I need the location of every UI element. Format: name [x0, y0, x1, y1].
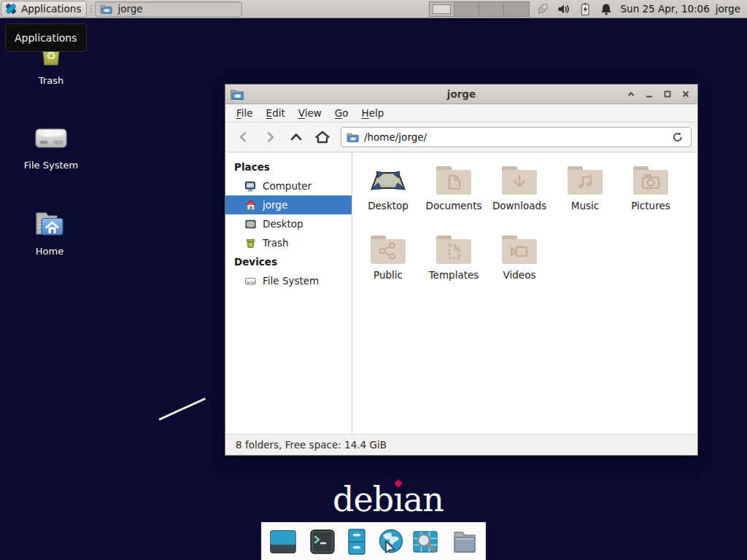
path-entry[interactable]: /home/jorge/ — [341, 127, 692, 147]
top-panel: Applications jorge — [0, 0, 747, 18]
folder-pictures-icon — [630, 164, 671, 198]
file-item-label: Videos — [503, 269, 536, 281]
workspace-2[interactable] — [454, 2, 479, 16]
panel-clock[interactable]: Sun 25 Apr, 10:06 — [621, 3, 710, 15]
file-manager-window: jorge File Edit View Go Help — [225, 84, 698, 456]
trash-icon — [244, 237, 257, 249]
menu-edit[interactable]: Edit — [260, 105, 292, 121]
drive-icon — [244, 275, 257, 287]
terminal-icon[interactable] — [308, 527, 337, 556]
taskbar-window-button[interactable]: jorge — [95, 1, 242, 17]
shade-button[interactable] — [623, 87, 638, 102]
up-button[interactable] — [284, 125, 309, 149]
file-item-label: Templates — [429, 269, 479, 281]
file-item-public[interactable]: Public — [355, 230, 421, 300]
desktop: Applications jorge — [0, 0, 747, 560]
close-button[interactable] — [678, 87, 693, 102]
menu-help[interactable]: Help — [355, 105, 391, 121]
notifications-icon[interactable] — [599, 1, 614, 16]
sidebar-item-label: Desktop — [263, 218, 303, 230]
statusbar: 8 folders, Free space: 14.4 GiB — [225, 434, 697, 455]
status-text: 8 folders, Free space: 14.4 GiB — [236, 439, 387, 451]
cursor-trail-line — [158, 397, 206, 421]
folder-music-icon — [565, 164, 605, 198]
file-item-desktop[interactable]: Desktop — [355, 161, 421, 230]
input-device-icon[interactable] — [535, 1, 550, 16]
desktop-icon-home[interactable]: Home — [9, 207, 90, 257]
sidebar-item-jorge[interactable]: jorge — [225, 195, 352, 214]
debian-logo-text: deb — [333, 480, 393, 519]
folder-documents-icon — [433, 164, 474, 198]
applications-menu-button[interactable]: Applications — [1, 1, 87, 18]
sidebar-item-file-system[interactable]: File System — [225, 271, 352, 290]
applications-tooltip: Applications — [5, 23, 87, 52]
file-cabinet-icon[interactable] — [342, 527, 371, 556]
folder-window-icon — [100, 3, 112, 15]
file-item-downloads[interactable]: Downloads — [487, 161, 552, 230]
minimize-button[interactable] — [641, 87, 657, 102]
folder-templates-icon — [433, 233, 474, 267]
web-browser-icon[interactable] — [376, 527, 406, 556]
file-item-pictures[interactable]: Pictures — [618, 161, 684, 230]
sidebar-item-label: Trash — [263, 237, 289, 249]
window-folder-icon — [230, 88, 244, 101]
battery-icon[interactable] — [578, 1, 592, 16]
file-item-label: Documents — [426, 200, 482, 211]
debian-logo-text: an — [403, 480, 444, 519]
sidebar-item-trash[interactable]: Trash — [225, 233, 352, 252]
menu-view[interactable]: View — [292, 105, 328, 121]
reload-icon[interactable] — [670, 129, 686, 145]
file-item-documents[interactable]: Documents — [421, 161, 487, 230]
file-view[interactable]: Desktop Documents — [352, 152, 697, 434]
file-item-videos[interactable]: Videos — [487, 230, 552, 300]
menu-file[interactable]: File — [230, 105, 260, 121]
directory-icon[interactable] — [450, 527, 479, 556]
panel-username: jorge — [716, 3, 740, 15]
file-item-label: Music — [571, 200, 599, 211]
path-value[interactable]: /home/jorge/ — [364, 131, 665, 143]
desktop-icon — [244, 218, 257, 230]
maximize-button[interactable] — [659, 87, 675, 102]
system-tray — [535, 1, 614, 16]
desktop-special-icon — [368, 164, 409, 198]
desktop-icon-label: File System — [24, 160, 78, 171]
workspace-4[interactable] — [504, 2, 529, 16]
home-icon — [244, 199, 257, 211]
sidebar-item-desktop[interactable]: Desktop — [225, 214, 352, 233]
sidebar-item-computer[interactable]: Computer — [225, 176, 352, 195]
file-item-label: Pictures — [631, 200, 670, 211]
sidebar-item-label: Computer — [263, 180, 311, 192]
app-finder-icon[interactable] — [411, 527, 440, 556]
desktop-icon-file-system[interactable]: File System — [11, 121, 91, 171]
folder-public-icon — [368, 233, 409, 267]
file-item-templates[interactable]: Templates — [421, 230, 487, 300]
home-button[interactable] — [310, 125, 335, 149]
sidebar-item-label: jorge — [263, 199, 287, 211]
menu-go[interactable]: Go — [328, 105, 355, 121]
forward-button[interactable] — [258, 125, 282, 149]
file-item-label: Downloads — [492, 200, 546, 211]
desktop-icon-label: Trash — [39, 75, 63, 86]
back-button[interactable] — [231, 125, 256, 149]
toolbar: /home/jorge/ — [225, 122, 697, 152]
folder-videos-icon — [499, 233, 540, 267]
debian-logo: debıan — [333, 480, 444, 519]
workspace-window-preview — [433, 4, 451, 14]
file-item-music[interactable]: Music — [552, 161, 618, 230]
workspace-switcher — [429, 1, 530, 17]
computer-icon — [244, 180, 257, 192]
workspace-3[interactable] — [479, 2, 504, 16]
dock-panel — [261, 522, 486, 560]
path-folder-icon — [347, 131, 359, 143]
desktop-icon-label: Home — [36, 246, 63, 257]
folder-downloads-icon — [499, 164, 540, 198]
show-desktop-icon[interactable] — [268, 527, 298, 556]
titlebar[interactable]: jorge — [225, 85, 697, 104]
panel-handle[interactable] — [88, 1, 93, 16]
workspace-1[interactable] — [430, 2, 454, 16]
file-item-label: Desktop — [368, 200, 409, 211]
sidebar-item-label: File System — [263, 275, 319, 287]
sidebar: Places Computer — [225, 152, 352, 434]
applications-menu-label: Applications — [21, 3, 81, 15]
volume-icon[interactable] — [557, 1, 571, 16]
